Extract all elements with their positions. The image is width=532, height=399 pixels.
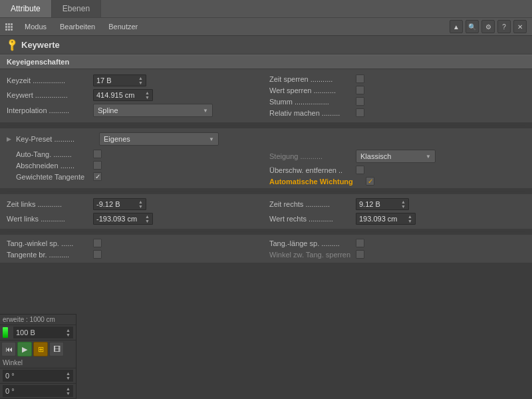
- wert-rechts-input[interactable]: 193.093 cm ▲▼: [356, 213, 416, 225]
- collapse-arrow[interactable]: ▶: [7, 136, 15, 142]
- green-bar: [3, 327, 8, 338]
- stumm-cb[interactable]: [356, 97, 364, 106]
- key-preset-row: ▶ Key-Preset .......... Eigenes ▼: [7, 131, 525, 147]
- keyzeit-input[interactable]: 17 B ▲▼: [93, 74, 146, 86]
- interpolation-dropdown[interactable]: Spline ▼: [93, 104, 213, 117]
- key-props-right: Zeit sperren ........... Wert sperren ..…: [269, 73, 525, 118]
- auto-tang-label: Auto-Tang. .........: [7, 150, 93, 158]
- tang-laenge-row: Tang.-länge sp. .........: [269, 237, 525, 249]
- interpolation-arrow: ▼: [203, 108, 208, 114]
- steigung-dropdown[interactable]: Klassisch ▼: [356, 150, 436, 163]
- wert-sperren-cb[interactable]: [356, 86, 364, 94]
- zeit-sperren-cb[interactable]: [356, 74, 364, 83]
- keywert-label: Keywert ................: [7, 91, 93, 99]
- key-preset-label: Key-Preset ..........: [16, 135, 99, 143]
- transport-btn-grid[interactable]: ⊞: [33, 342, 48, 356]
- lock-fields-section: Tang.-winkel sp. ...... Tangente br. ...…: [0, 235, 532, 263]
- zeit-links-input[interactable]: -9.12 B ▲▼: [93, 198, 146, 210]
- wert-rechts-arrows: ▲▼: [408, 214, 412, 223]
- menu-item-bearbeiten[interactable]: Bearbeiten: [53, 18, 102, 35]
- zeit-rechts-value: 9.12 B: [359, 200, 380, 208]
- auto-tang-cb[interactable]: [93, 150, 102, 158]
- abschneiden-label: Abschneiden .......: [7, 162, 93, 170]
- tang-winkel-cb[interactable]: [93, 239, 102, 247]
- keywert-arrows: ▲▼: [145, 90, 150, 100]
- wert-links-input[interactable]: -193.093 cm ▲▼: [93, 213, 153, 225]
- keywerte-section-header: 🔑 Keywerte: [0, 36, 532, 55]
- key-preset-dropdown[interactable]: Eigenes ▼: [99, 132, 219, 146]
- wert-links-value: -193.093 cm: [96, 215, 137, 223]
- zeit-sperren-label: Zeit sperren ...........: [269, 75, 356, 83]
- menu-item-modus[interactable]: Modus: [18, 18, 53, 35]
- wert-sperren-row: Wert sperren ...........: [269, 84, 525, 96]
- auto-wichtung-cb[interactable]: ✓: [366, 177, 374, 186]
- wert-rechts-label: Wert rechts ............: [269, 215, 356, 223]
- winkel-val1-display[interactable]: 0 ° ▲▼: [3, 370, 73, 382]
- key-icon: 🔑: [5, 38, 19, 53]
- auto-tang-row: Auto-Tang. .........: [7, 148, 263, 160]
- gewichtete-tang-cb[interactable]: ✓: [93, 172, 102, 181]
- zeit-rechts-row: Zeit rechts ............ 9.12 B ▲▼: [269, 197, 525, 211]
- grid-icon: [5, 23, 13, 31]
- zeit-links-value: -9.12 B: [96, 200, 120, 208]
- menu-btn-search[interactable]: 🔍: [466, 20, 479, 33]
- keyeigenschaften-panel: Keyzeit ................ 17 B ▲▼ Keywert…: [0, 69, 532, 122]
- steigung-arrow: ▼: [426, 154, 431, 160]
- menu-item-benutzer[interactable]: Benutzer: [102, 18, 144, 35]
- tab-ebenen-label: Ebenen: [63, 4, 90, 13]
- tang-laenge-label: Tang.-länge sp. .........: [269, 239, 356, 247]
- keywerte-label: Keywerte: [21, 40, 60, 50]
- bottom-panel: erweite : 1000 cm 100 B ▲▼ ⏮ ▶ ⊞ 🎞 Winke…: [0, 314, 76, 399]
- steigung-label: Steigung ...........: [269, 152, 356, 160]
- erweite-row: erweite : 1000 cm: [0, 315, 76, 325]
- keyzeit-label: Keyzeit ................: [7, 76, 93, 84]
- winkel-val2-row: 0 ° ▲▼: [0, 384, 76, 399]
- key-props-left: Keyzeit ................ 17 B ▲▼ Keywert…: [7, 73, 269, 118]
- winkel-zw-cb[interactable]: [356, 250, 364, 259]
- keyzeit-arrows: ▲▼: [138, 76, 143, 85]
- keywert-input[interactable]: 414.915 cm ▲▼: [93, 89, 153, 101]
- tangent-values: Zeit links ............ -9.12 B ▲▼ Wert …: [7, 197, 525, 226]
- wert-links-label: Wert links ............: [7, 215, 93, 223]
- key-preset-section: ▶ Key-Preset .......... Eigenes ▼ Auto-T…: [0, 128, 532, 188]
- key-preset-right: Steigung ........... Klassisch ▼ Übersch…: [269, 148, 525, 187]
- winkel-val2-display[interactable]: 0 ° ▲▼: [3, 385, 73, 397]
- zeit-links-label: Zeit links ............: [7, 200, 93, 208]
- key-preset-left: Auto-Tang. ......... Abschneiden .......…: [7, 148, 269, 187]
- zeit-rechts-label: Zeit rechts ............: [269, 200, 356, 208]
- tang-laenge-cb[interactable]: [356, 239, 364, 247]
- erweite-label: erweite : 1000 cm: [3, 316, 73, 323]
- auto-wichtung-row: Automatische Wichtung ✓: [269, 176, 525, 187]
- key-preset-value: Eigenes: [104, 135, 130, 143]
- interpolation-row: Interpolation .......... Spline ▼: [7, 102, 263, 118]
- tangente-br-cb[interactable]: [93, 250, 102, 259]
- zeit-rechts-arrows: ▲▼: [401, 200, 406, 209]
- tab-attribute[interactable]: Attribute: [0, 0, 52, 17]
- transport-btn-1[interactable]: ⏮: [1, 342, 16, 356]
- menu-btn-arrow-up[interactable]: ▲: [450, 20, 463, 33]
- steigung-value: Klassisch: [360, 152, 391, 160]
- zeit-links-row: Zeit links ............ -9.12 B ▲▼: [7, 197, 263, 211]
- keyeigenschaften-header: Keyeigenschaften: [0, 55, 532, 69]
- menu-btn-settings[interactable]: ⚙: [481, 20, 495, 33]
- value-100b-display[interactable]: 100 B ▲▼: [13, 327, 73, 338]
- abschneiden-cb[interactable]: [93, 161, 102, 170]
- menu-btn-close[interactable]: ✕: [513, 20, 527, 33]
- tab-ebenen[interactable]: Ebenen: [52, 0, 101, 17]
- lock-fields: Tang.-winkel sp. ...... Tangente br. ...…: [7, 237, 525, 260]
- wert-sperren-label: Wert sperren ...........: [269, 86, 356, 94]
- uberschw-cb[interactable]: [356, 166, 364, 174]
- transport-btn-play[interactable]: ▶: [17, 342, 32, 356]
- keywert-row: Keywert ................ 414.915 cm ▲▼: [7, 88, 263, 102]
- gewichtete-tang-label: Gewichtete Tangente: [7, 173, 93, 181]
- transport-btn-film[interactable]: 🎞: [49, 342, 64, 356]
- uberschw-row: Überschw. entfernen ..: [269, 164, 525, 176]
- wert-rechts-value: 193.093 cm: [359, 215, 397, 223]
- tang-winkel-row: Tang.-winkel sp. ......: [7, 237, 263, 249]
- keyeigenschaften-title: Keyeigenschaften: [7, 58, 69, 66]
- tangente-br-row: Tangente br. ..........: [7, 249, 263, 260]
- winkel-zw-label: Winkel zw. Tang. sperren: [269, 251, 356, 259]
- relativ-cb[interactable]: [356, 108, 364, 117]
- menu-btn-help[interactable]: ?: [497, 20, 511, 33]
- zeit-rechts-input[interactable]: 9.12 B ▲▼: [356, 198, 409, 210]
